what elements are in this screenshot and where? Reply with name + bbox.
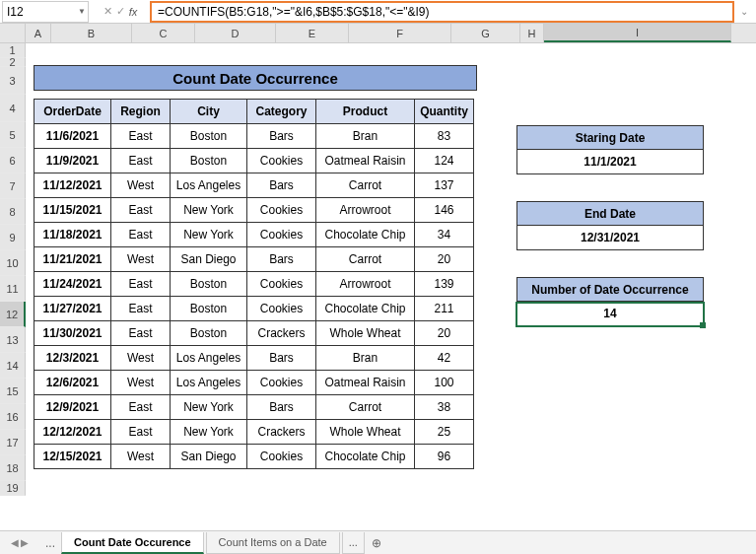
- table-cell[interactable]: Boston: [171, 124, 247, 149]
- table-cell[interactable]: 11/6/2021: [34, 124, 111, 149]
- table-cell[interactable]: East: [111, 321, 171, 346]
- col-header-A[interactable]: A: [26, 24, 51, 42]
- col-header-H[interactable]: H: [520, 24, 544, 42]
- table-cell[interactable]: Cookies: [247, 297, 316, 321]
- table-cell[interactable]: New York: [171, 223, 247, 247]
- table-cell[interactable]: Chocolate Chip: [316, 445, 415, 469]
- table-cell[interactable]: Oatmeal Raisin: [316, 149, 415, 173]
- tab-active[interactable]: Count Date Occurence: [61, 532, 204, 554]
- table-cell[interactable]: Bars: [247, 124, 316, 149]
- row-header-15[interactable]: 15: [0, 379, 26, 404]
- table-cell[interactable]: Chocolate Chip: [316, 223, 415, 247]
- table-cell[interactable]: Bars: [247, 395, 316, 420]
- row-header-3[interactable]: 3: [0, 67, 26, 95]
- expand-formula-icon[interactable]: ⌄: [740, 6, 756, 17]
- table-cell[interactable]: West: [111, 247, 171, 272]
- table-cell[interactable]: East: [111, 124, 171, 149]
- table-cell[interactable]: San Diego: [171, 445, 247, 469]
- table-cell[interactable]: New York: [171, 420, 247, 445]
- row-header-9[interactable]: 9: [0, 225, 26, 250]
- table-cell[interactable]: 20: [415, 247, 474, 272]
- row-header-18[interactable]: 18: [0, 455, 26, 481]
- cancel-icon[interactable]: ✕: [103, 5, 112, 18]
- row-header-5[interactable]: 5: [0, 122, 26, 148]
- table-cell[interactable]: Boston: [171, 149, 247, 173]
- table-cell[interactable]: Boston: [171, 321, 247, 346]
- row-header-2[interactable]: 2: [0, 58, 26, 67]
- table-cell[interactable]: 38: [415, 395, 474, 420]
- table-cell[interactable]: 20: [415, 321, 474, 346]
- row-header-19[interactable]: 19: [0, 481, 26, 496]
- table-cell[interactable]: Bars: [247, 247, 316, 272]
- table-cell[interactable]: 42: [415, 346, 474, 371]
- table-cell[interactable]: 211: [415, 297, 474, 321]
- table-cell[interactable]: 100: [415, 371, 474, 395]
- table-cell[interactable]: East: [111, 198, 171, 223]
- table-cell[interactable]: New York: [171, 395, 247, 420]
- table-cell[interactable]: Crackers: [247, 321, 316, 346]
- table-cell[interactable]: Cookies: [247, 371, 316, 395]
- row-header-8[interactable]: 8: [0, 199, 26, 225]
- table-cell[interactable]: Carrot: [316, 247, 415, 272]
- col-header-F[interactable]: F: [349, 24, 451, 42]
- cells[interactable]: Count Date Occurrence OrderDateRegionCit…: [26, 43, 756, 517]
- row-header-4[interactable]: 4: [0, 95, 26, 122]
- table-cell[interactable]: West: [111, 173, 171, 198]
- chevron-down-icon[interactable]: ▼: [78, 7, 86, 16]
- table-cell[interactable]: 11/30/2021: [34, 321, 111, 346]
- table-cell[interactable]: 146: [415, 198, 474, 223]
- table-cell[interactable]: Boston: [171, 297, 247, 321]
- col-header-D[interactable]: D: [195, 24, 276, 42]
- table-cell[interactable]: East: [111, 272, 171, 297]
- table-cell[interactable]: Cookies: [247, 149, 316, 173]
- col-header-G[interactable]: G: [451, 24, 520, 42]
- col-header-C[interactable]: C: [132, 24, 195, 42]
- table-cell[interactable]: 11/18/2021: [34, 223, 111, 247]
- formula-input[interactable]: =COUNTIFS(B5:G18,">="&I6,$B$5:$G$18,"<="…: [150, 1, 734, 23]
- table-cell[interactable]: East: [111, 223, 171, 247]
- table-cell[interactable]: 12/9/2021: [34, 395, 111, 420]
- table-cell[interactable]: New York: [171, 198, 247, 223]
- table-cell[interactable]: 25: [415, 420, 474, 445]
- table-cell[interactable]: 137: [415, 173, 474, 198]
- row-header-10[interactable]: 10: [0, 250, 26, 276]
- table-cell[interactable]: Cookies: [247, 445, 316, 469]
- add-sheet-icon[interactable]: ⊕: [367, 536, 386, 550]
- table-cell[interactable]: 11/9/2021: [34, 149, 111, 173]
- table-cell[interactable]: East: [111, 420, 171, 445]
- table-cell[interactable]: 12/15/2021: [34, 445, 111, 469]
- col-header-I[interactable]: I: [544, 24, 731, 42]
- select-all-corner[interactable]: [0, 24, 26, 42]
- table-cell[interactable]: 12/12/2021: [34, 420, 111, 445]
- tab-more[interactable]: ...: [342, 532, 365, 554]
- table-cell[interactable]: Whole Wheat: [316, 321, 415, 346]
- table-cell[interactable]: Bran: [316, 346, 415, 371]
- row-header-16[interactable]: 16: [0, 404, 26, 430]
- table-cell[interactable]: 12/3/2021: [34, 346, 111, 371]
- fx-icon[interactable]: fx: [129, 6, 138, 18]
- tab-dots[interactable]: ...: [39, 536, 61, 550]
- table-cell[interactable]: East: [111, 297, 171, 321]
- table-cell[interactable]: Arrowroot: [316, 198, 415, 223]
- check-icon[interactable]: ✓: [116, 5, 125, 18]
- row-header-12[interactable]: 12: [0, 302, 26, 327]
- table-cell[interactable]: Chocolate Chip: [316, 297, 415, 321]
- table-cell[interactable]: Bars: [247, 173, 316, 198]
- table-cell[interactable]: East: [111, 149, 171, 173]
- table-cell[interactable]: 11/15/2021: [34, 198, 111, 223]
- table-cell[interactable]: Crackers: [247, 420, 316, 445]
- table-cell[interactable]: Bran: [316, 124, 415, 149]
- table-cell[interactable]: Carrot: [316, 173, 415, 198]
- table-cell[interactable]: Cookies: [247, 272, 316, 297]
- name-box[interactable]: I12 ▼: [2, 1, 89, 23]
- row-header-7[interactable]: 7: [0, 173, 26, 199]
- table-cell[interactable]: 83: [415, 124, 474, 149]
- table-cell[interactable]: 12/6/2021: [34, 371, 111, 395]
- table-cell[interactable]: Oatmeal Raisin: [316, 371, 415, 395]
- table-cell[interactable]: 11/27/2021: [34, 297, 111, 321]
- table-cell[interactable]: Los Angeles: [171, 346, 247, 371]
- row-header-14[interactable]: 14: [0, 353, 26, 379]
- table-cell[interactable]: 34: [415, 223, 474, 247]
- table-cell[interactable]: 11/12/2021: [34, 173, 111, 198]
- tab-nav[interactable]: ◀▶: [0, 537, 39, 548]
